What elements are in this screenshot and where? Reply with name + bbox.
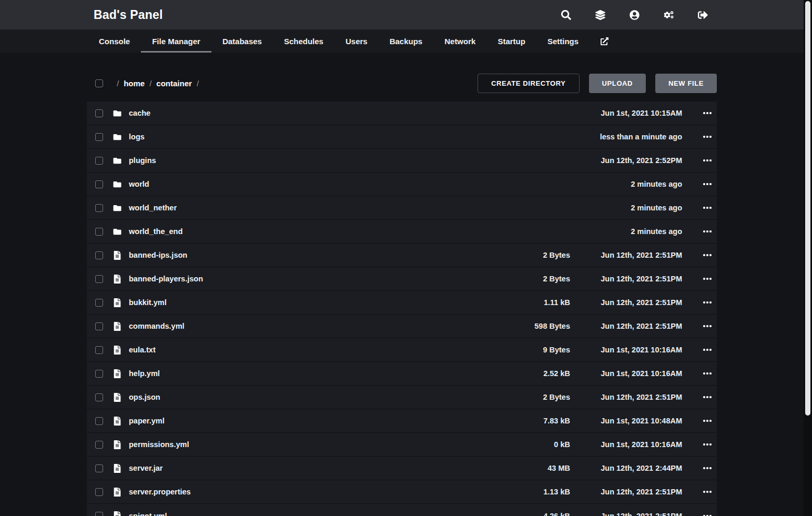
tab-startup[interactable]: Startup [486, 29, 536, 53]
row-checkbox[interactable] [95, 393, 103, 401]
row-checkbox[interactable] [95, 204, 103, 212]
folder-icon [113, 228, 122, 236]
file-name[interactable]: permissions.yml [129, 440, 459, 449]
file-name[interactable]: logs [129, 133, 459, 141]
file-row[interactable]: world 2 minutes ago [87, 173, 717, 196]
row-menu-button[interactable] [698, 125, 717, 148]
row-checkbox[interactable] [95, 370, 103, 378]
row-menu-button[interactable] [698, 102, 717, 125]
file-name[interactable]: paper.yml [129, 417, 459, 425]
row-checkbox[interactable] [95, 441, 103, 449]
file-row[interactable]: help.yml 2.52 kB Jun 1st, 2021 10:16AM [87, 362, 717, 386]
breadcrumb-container[interactable]: container [156, 79, 192, 88]
new-file-button[interactable]: NEW FILE [655, 74, 717, 93]
row-checkbox[interactable] [95, 512, 103, 516]
row-menu-button[interactable] [698, 433, 717, 456]
row-checkbox[interactable] [95, 109, 103, 117]
tab-file-manager[interactable]: File Manager [141, 29, 211, 53]
file-name[interactable]: plugins [129, 156, 459, 165]
scrollbar-thumb[interactable] [805, 1, 810, 416]
file-row[interactable]: world_the_end 2 minutes ago [87, 220, 717, 244]
row-checkbox[interactable] [95, 275, 103, 283]
tab-console[interactable]: Console [88, 29, 141, 53]
file-name[interactable]: banned-players.json [129, 275, 459, 283]
file-row[interactable]: server.jar 43 MB Jun 12th, 2021 2:44PM [87, 457, 717, 480]
file-modified: less than a minute ago [580, 133, 698, 141]
gears-icon[interactable] [663, 9, 674, 20]
file-row[interactable]: server.properties 1.13 kB Jun 12th, 2021… [87, 480, 717, 504]
file-row[interactable]: commands.yml 598 Bytes Jun 12th, 2021 2:… [87, 315, 717, 338]
scrollbar-track[interactable] [804, 0, 812, 516]
row-menu-button[interactable] [698, 220, 717, 243]
select-all-checkbox[interactable] [95, 79, 103, 87]
row-menu-button[interactable] [698, 338, 717, 361]
file-modified: Jun 1st, 2021 10:16AM [580, 369, 698, 378]
row-checkbox[interactable] [95, 299, 103, 307]
file-name[interactable]: server.jar [129, 464, 459, 472]
file-row[interactable]: ops.json 2 Bytes Jun 12th, 2021 2:51PM [87, 386, 717, 409]
tab-settings[interactable]: Settings [536, 29, 590, 53]
row-checkbox[interactable] [95, 488, 103, 496]
file-row[interactable]: spigot.yml 4.26 kB Jun 12th, 2021 2:51PM [87, 504, 717, 516]
file-name[interactable]: cache [129, 109, 459, 117]
row-checkbox[interactable] [95, 251, 103, 259]
file-name[interactable]: commands.yml [129, 322, 459, 330]
file-name[interactable]: world [129, 180, 459, 188]
row-menu-button[interactable] [698, 173, 717, 196]
file-row[interactable]: logs less than a minute ago [87, 125, 717, 149]
file-name[interactable]: spigot.yml [129, 512, 459, 516]
file-name[interactable]: server.properties [129, 488, 459, 496]
file-modified: Jun 12th, 2021 2:51PM [580, 322, 698, 330]
file-size: 9 Bytes [459, 346, 580, 354]
row-checkbox[interactable] [95, 322, 103, 330]
row-menu-button[interactable] [698, 504, 717, 516]
row-checkbox[interactable] [95, 157, 103, 165]
row-menu-button[interactable] [698, 244, 717, 267]
file-row[interactable]: permissions.yml 0 kB Jun 1st, 2021 10:16… [87, 433, 717, 457]
row-menu-button[interactable] [698, 409, 717, 432]
file-row[interactable]: paper.yml 7.83 kB Jun 1st, 2021 10:48AM [87, 409, 717, 433]
create-directory-button[interactable]: CREATE DIRECTORY [478, 74, 580, 93]
user-icon[interactable] [629, 9, 640, 20]
file-name[interactable]: eula.txt [129, 346, 459, 354]
file-name[interactable]: world_the_end [129, 227, 459, 236]
row-menu-button[interactable] [698, 315, 717, 338]
row-menu-button[interactable] [698, 149, 717, 172]
row-menu-button[interactable] [698, 386, 717, 409]
file-row[interactable]: plugins Jun 12th, 2021 2:52PM [87, 149, 717, 173]
file-row[interactable]: bukkit.yml 1.11 kB Jun 12th, 2021 2:51PM [87, 291, 717, 315]
tab-network[interactable]: Network [433, 29, 486, 53]
row-menu-button[interactable] [698, 480, 717, 503]
row-menu-button[interactable] [698, 196, 717, 219]
row-checkbox[interactable] [95, 417, 103, 425]
row-menu-button[interactable] [698, 291, 717, 314]
row-checkbox[interactable] [95, 180, 103, 188]
row-menu-button[interactable] [698, 267, 717, 290]
row-checkbox[interactable] [95, 346, 103, 354]
file-name[interactable]: world_nether [129, 204, 459, 212]
layers-icon[interactable] [595, 9, 605, 20]
file-name[interactable]: bukkit.yml [129, 298, 459, 307]
tab-schedules[interactable]: Schedules [273, 29, 334, 53]
file-row[interactable]: world_nether 2 minutes ago [87, 196, 717, 220]
row-checkbox[interactable] [95, 464, 103, 472]
file-row[interactable]: cache Jun 1st, 2021 10:15AM [87, 102, 717, 125]
file-row[interactable]: banned-players.json 2 Bytes Jun 12th, 20… [87, 267, 717, 291]
file-row[interactable]: banned-ips.json 2 Bytes Jun 12th, 2021 2… [87, 244, 717, 267]
breadcrumb-home[interactable]: home [124, 79, 145, 88]
row-checkbox[interactable] [95, 133, 103, 141]
tab-users[interactable]: Users [334, 29, 379, 53]
file-row[interactable]: eula.txt 9 Bytes Jun 1st, 2021 10:16AM [87, 338, 717, 362]
logout-icon[interactable] [697, 9, 708, 20]
tab-backups[interactable]: Backups [379, 29, 434, 53]
row-menu-button[interactable] [698, 457, 717, 480]
upload-button[interactable]: UPLOAD [589, 74, 646, 93]
row-menu-button[interactable] [698, 362, 717, 385]
file-name[interactable]: ops.json [129, 393, 459, 401]
external-link-nav-item[interactable] [590, 29, 620, 53]
tab-databases[interactable]: Databases [211, 29, 273, 53]
file-name[interactable]: help.yml [129, 369, 459, 378]
file-name[interactable]: banned-ips.json [129, 251, 459, 259]
row-checkbox[interactable] [95, 228, 103, 236]
search-icon[interactable] [561, 9, 571, 20]
